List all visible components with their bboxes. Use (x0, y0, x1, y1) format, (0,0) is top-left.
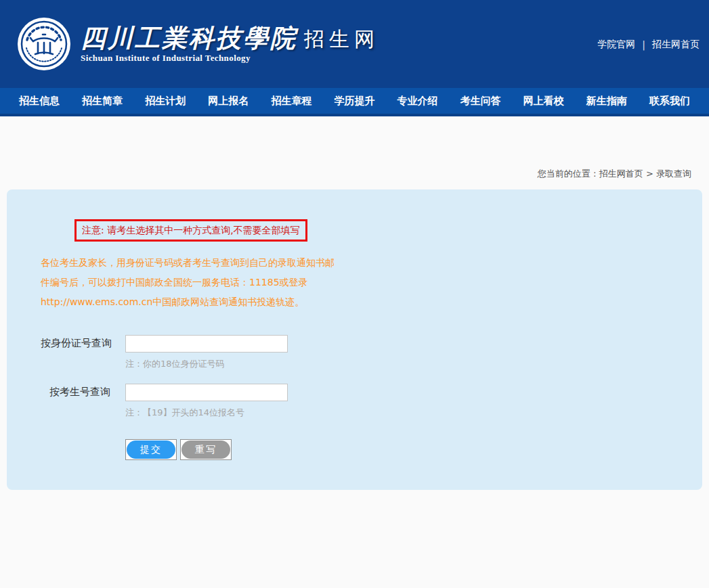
query-form: 按身份证号查询 注：你的18位身份证号码 按考生号查询 注：【19】开头的14位… (41, 335, 702, 460)
site-section-title: 招生网 (304, 26, 379, 53)
submit-button[interactable]: 提交 (125, 439, 177, 460)
nav-item-major-intro[interactable]: 专业介绍 (398, 95, 438, 108)
id-number-row: 按身份证号查询 (41, 335, 702, 353)
breadcrumb-home-link[interactable]: 招生网首页 (599, 168, 643, 179)
exam-number-label: 按考生号查询 (41, 386, 110, 399)
postal-tracking-info: 各位考生及家长，用身份证号码或者考生号查询到自己的录取通知书邮 件编号后，可以拨… (41, 253, 702, 312)
nav-item-online-campus-tour[interactable]: 网上看校 (523, 95, 564, 108)
nav-item-degree-upgrade[interactable]: 学历提升 (334, 95, 374, 108)
form-buttons: 提交 重写 (125, 439, 702, 460)
postal-tracking-info-line: http://www.ems.com.cn中国邮政网站查询通知书投递轨迹。 (41, 292, 702, 312)
breadcrumb-separator: > (646, 168, 653, 179)
header-links: 学院官网 | 招生网首页 (597, 39, 700, 51)
id-number-input[interactable] (125, 335, 288, 353)
postal-tracking-info-line: 件编号后，可以拨打中国邮政全国统一服务电话：11185或登录 (41, 273, 702, 292)
site-header: 四川工業科技學院 Sichuan Institute of Industrial… (0, 0, 709, 88)
query-notice-box: 注意: 请考生选择其中一种方式查询,不需要全部填写 (74, 219, 307, 242)
postal-tracking-info-line: 各位考生及家长，用身份证号码或者考生号查询到自己的录取通知书邮 (41, 253, 702, 273)
main-nav: 招生信息 招生简章 招生计划 网上报名 招生章程 学历提升 专业介绍 考生问答 … (0, 88, 709, 116)
nav-item-admission-brochure[interactable]: 招生简章 (82, 95, 123, 108)
nav-item-candidate-qa[interactable]: 考生问答 (460, 95, 501, 108)
exam-number-row: 按考生号查询 (41, 384, 702, 401)
exam-number-input[interactable] (125, 384, 288, 401)
nav-item-admission-plan[interactable]: 招生计划 (145, 95, 186, 108)
breadcrumb-prefix: 您当前的位置： (538, 168, 599, 179)
university-name-zh: 四川工業科技學院 (81, 24, 297, 52)
breadcrumb: 您当前的位置：招生网首页 > 录取查询 (0, 116, 709, 189)
id-number-label: 按身份证号查询 (41, 337, 110, 350)
university-brand: 四川工業科技學院 Sichuan Institute of Industrial… (81, 24, 297, 64)
university-name-en: Sichuan Institute of Industrial Technolo… (81, 53, 297, 64)
nav-item-admission-charter[interactable]: 招生章程 (271, 95, 311, 108)
nav-item-online-registration[interactable]: 网上报名 (208, 95, 249, 108)
header-link-admissions-home[interactable]: 招生网首页 (652, 39, 700, 51)
university-seal-icon (17, 17, 71, 71)
exam-number-note: 注：【19】开头的14位报名号 (125, 407, 702, 419)
breadcrumb-current: 录取查询 (656, 168, 691, 179)
submit-button-label: 提交 (127, 440, 175, 459)
nav-item-freshman-guide[interactable]: 新生指南 (586, 95, 627, 108)
admission-query-panel: 注意: 请考生选择其中一种方式查询,不需要全部填写 各位考生及家长，用身份证号码… (7, 189, 702, 490)
reset-button-label: 重写 (181, 440, 230, 459)
header-link-official-site[interactable]: 学院官网 (597, 39, 635, 51)
reset-button[interactable]: 重写 (180, 439, 232, 460)
id-number-note: 注：你的18位身份证号码 (125, 358, 702, 370)
header-link-separator: | (642, 39, 645, 50)
nav-item-contact-us[interactable]: 联系我们 (649, 95, 690, 108)
nav-item-admission-info[interactable]: 招生信息 (19, 95, 60, 108)
